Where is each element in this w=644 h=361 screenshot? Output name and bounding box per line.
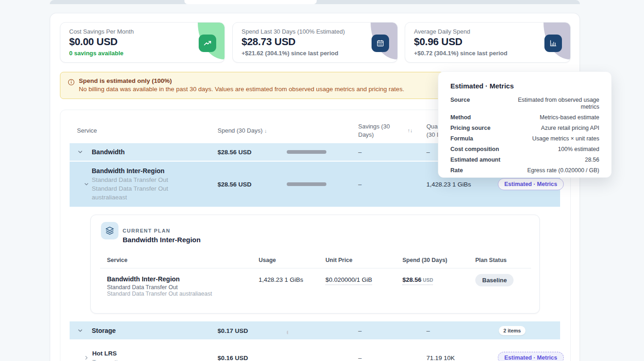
stat-subtitle: 0 savings available xyxy=(69,50,124,57)
plan-row-sub-line: Standard Data Transfer Out xyxy=(107,284,178,291)
stat-title: Cost Savings Per Month xyxy=(69,28,134,35)
plan-row-sub-line: Standard Data Transfer Out australiaeast xyxy=(107,291,212,297)
plan-column-spend: Spend (30 Days) xyxy=(402,257,447,263)
plan-title: Bandwidth Inter-Region xyxy=(123,236,201,244)
stat-value: $28.73 USD xyxy=(242,36,295,48)
service-sub-line: Standard Data Transfer Out xyxy=(92,184,168,193)
chevron-right-icon[interactable] xyxy=(84,355,89,361)
column-header-service: Service xyxy=(77,127,97,134)
service-sub-line: Standard Data Transfer Out xyxy=(92,175,168,184)
quantity-value: – xyxy=(426,327,430,334)
spend-value: $28.56 USD xyxy=(218,181,252,188)
trend-up-icon xyxy=(199,35,216,52)
tooltip-row: SourceEstimated from observed usage metr… xyxy=(450,97,599,111)
estimated-metrics-badge[interactable]: Estimated · Metrics xyxy=(498,178,564,190)
plan-column-unit-price: Unit Price xyxy=(325,257,352,263)
stat-value: $0.00 USD xyxy=(69,36,118,48)
quantity-value: – xyxy=(426,149,430,156)
top-toolbar xyxy=(50,0,580,4)
item-count-badge: 2 items xyxy=(499,326,526,335)
service-name-block: Bandwidth Inter-Region Standard Data Tra… xyxy=(92,167,168,202)
spend-share-bar xyxy=(287,150,326,154)
service-name-block: Hot LRS Transactions xyxy=(92,349,128,361)
savings-value: – xyxy=(358,355,362,361)
savings-value: – xyxy=(358,327,362,334)
stat-card-average-daily-spend: Average Daily Spend $0.96 USD +$0.72 (30… xyxy=(405,22,571,63)
service-row-hot-lrs-transactions[interactable]: Hot LRS Transactions $0.16 USD – 71.19 1… xyxy=(70,341,560,361)
chevron-down-icon[interactable] xyxy=(77,328,83,333)
plan-row-service-name: Bandwidth Inter-Region xyxy=(107,275,180,283)
plan-row-unit-price[interactable]: $0.020000/1 GiB xyxy=(325,276,372,285)
quantity-value: 71.19 10K xyxy=(426,355,455,361)
service-name: Hot LRS xyxy=(92,349,128,358)
tooltip-row: Pricing sourceAzure retail pricing API xyxy=(450,125,599,132)
banner-title: Spend is estimated only (100%) xyxy=(79,77,172,84)
stat-title: Average Daily Spend xyxy=(414,28,470,35)
tooltip-row: RateEgress rate (0.020000 / GB) xyxy=(450,167,599,174)
plan-row-usage: 1,428.23 1 GiBs xyxy=(259,276,303,283)
info-icon xyxy=(68,79,75,87)
estimated-metrics-badge[interactable]: Estimated · Metrics xyxy=(498,352,564,361)
savings-value: – xyxy=(358,181,362,188)
plan-eyebrow: CURRENT PLAN xyxy=(123,228,171,233)
service-row-storage[interactable]: Storage $0.17 USD – – 2 items xyxy=(70,321,560,339)
bar-chart-icon xyxy=(544,35,562,52)
stat-card-cost-savings: Cost Savings Per Month $0.00 USD 0 savin… xyxy=(60,22,225,63)
tooltip-row: Cost composition100% estimated xyxy=(450,146,599,153)
calendar-icon xyxy=(372,35,389,52)
sort-descending-icon: ↓ xyxy=(265,128,267,134)
cost-dashboard: Cost Savings Per Month $0.00 USD 0 savin… xyxy=(0,0,644,361)
spend-share-bar xyxy=(287,182,326,186)
chevron-down-icon[interactable] xyxy=(84,182,89,187)
sort-toggle-icon[interactable]: ↑↓ xyxy=(408,128,413,133)
current-plan-card: CURRENT PLAN Bandwidth Inter-Region Serv… xyxy=(90,215,540,314)
stat-subtitle: +$21.62 (304.1%) since last period xyxy=(242,50,338,57)
stat-card-spend-30-days: Spend Last 30 Days (100% Estimated) $28.… xyxy=(232,22,398,63)
banner-body: No billing data was available in the pas… xyxy=(79,86,404,93)
header-divider xyxy=(100,268,531,268)
tooltip-title: Estimated · Metrics xyxy=(450,82,599,90)
search-input[interactable] xyxy=(184,0,317,4)
chevron-down-icon[interactable] xyxy=(77,149,83,155)
layers-icon xyxy=(101,222,118,239)
spend-value: $0.16 USD xyxy=(218,355,248,361)
service-sub-line: Transactions xyxy=(92,358,128,361)
column-header-savings[interactable]: Savings (30 Days) xyxy=(358,122,391,139)
service-name: Storage xyxy=(92,327,116,334)
service-name: Bandwidth Inter-Region xyxy=(92,167,168,175)
spend-value: $0.17 USD xyxy=(218,327,248,334)
savings-value: – xyxy=(358,149,362,156)
estimation-tooltip: Estimated · Metrics SourceEstimated from… xyxy=(438,71,612,178)
stat-title: Spend Last 30 Days (100% Estimated) xyxy=(242,28,345,35)
plan-column-plan-status: Plan Status xyxy=(475,257,507,263)
plan-row-spend[interactable]: $28.56USD xyxy=(402,276,433,285)
tooltip-row: FormulaUsage metrics × unit rates xyxy=(450,135,599,142)
plan-column-service: Service xyxy=(107,257,127,263)
tooltip-row: MethodMetrics-based estimate xyxy=(450,114,599,121)
stat-value: $0.96 USD xyxy=(414,36,462,48)
plan-column-usage: Usage xyxy=(259,257,276,263)
service-name: Bandwidth xyxy=(92,148,125,156)
stat-subtitle: +$0.72 (304.1%) since last period xyxy=(414,50,508,57)
service-sub-line: australiaeast xyxy=(92,193,168,202)
column-header-spend[interactable]: Spend (30 Days)↓ xyxy=(218,127,267,134)
plan-status-badge: Baseline xyxy=(475,274,514,286)
spend-value: $28.56 USD xyxy=(218,149,252,156)
quantity-value: 1,428.23 1 GiBs xyxy=(426,181,471,188)
tooltip-row: Estimated amount28.56 xyxy=(450,157,599,163)
